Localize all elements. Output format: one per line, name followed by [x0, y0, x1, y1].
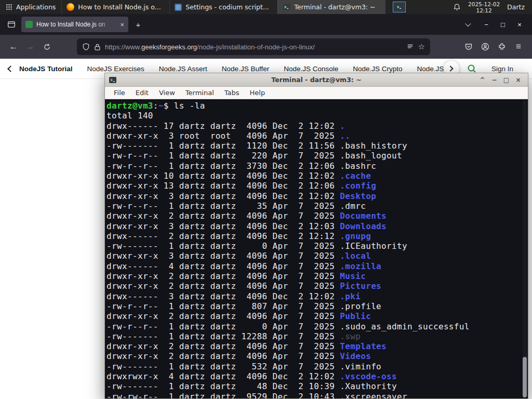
- terminal-output-line: drwxr-xr-x 2 dartz dartz 4096 Apr 7 2025…: [107, 351, 528, 361]
- listing-directory-name: .pki: [340, 291, 361, 301]
- lock-icon[interactable]: [94, 43, 101, 51]
- terminal-output-line: drwxr-xr-x 3 dartz dartz 4096 Dec 2 12:0…: [107, 191, 528, 201]
- taskbar-button-terminal[interactable]: Terminal - dartz@vm3: ~: [277, 0, 385, 14]
- site-nav-item[interactable]: NodeJS Tutorial: [19, 65, 73, 73]
- taskbar-button-settings[interactable]: Settings - codium script...: [169, 0, 277, 14]
- browser-maximize-button[interactable]: □: [495, 17, 511, 32]
- site-nav-item[interactable]: Node.JS Buffer: [222, 65, 269, 73]
- panel-spacer: [406, 0, 448, 14]
- prompt-dollar: $: [164, 101, 174, 111]
- chevron-down-icon: [465, 21, 471, 26]
- site-nav-item[interactable]: Node.JS Crypto: [353, 65, 402, 73]
- hamburger-menu-icon[interactable]: ≡: [510, 38, 527, 55]
- listing-file-attributes: drwxr-xr-x 13 dartz dartz 4096 Dec 2 12:…: [107, 181, 340, 191]
- listing-directory-name: Desktop: [340, 191, 376, 201]
- site-nav-item[interactable]: Node.JS Assert: [159, 65, 207, 73]
- url-bar[interactable]: https://www. geeksforgeeks.org /node-js/…: [77, 38, 430, 55]
- prompt-user-host: dartz@vm3: [107, 101, 153, 111]
- clock-time: 12:12: [476, 7, 491, 14]
- terminal-window-controls: ^ − □ ×: [476, 75, 524, 85]
- navigation-toolbar: ← → https://www.: [0, 35, 532, 59]
- site-nav-item[interactable]: Node.JS Console: [284, 65, 338, 73]
- listing-directory-name: .gnupg: [340, 231, 371, 241]
- user-menu[interactable]: Dartz: [507, 3, 527, 11]
- terminal-output-line: -rw-r--r-- 1 dartz dartz 807 Apr 7 2025 …: [107, 301, 528, 311]
- browser-close-button[interactable]: ×: [511, 17, 528, 32]
- menu-tabs[interactable]: Tabs: [220, 88, 244, 98]
- terminal-shade-button[interactable]: ^: [476, 75, 488, 85]
- listing-file-name: .bash_logout: [340, 151, 402, 161]
- listing-file-name: .bash_history: [340, 141, 407, 151]
- listing-file-attributes: drwxr-xr-x 2 dartz dartz 4096 Apr 7 2025: [107, 341, 340, 351]
- terminal-maximize-button[interactable]: □: [500, 75, 512, 85]
- tab-favicon: [25, 21, 33, 28]
- tab-bar: How to Install Node.js on × + − □ ×: [0, 14, 532, 35]
- terminal-output-line: drwxr-xr-x 3 dartz dartz 4096 Dec 2 12:0…: [107, 221, 528, 231]
- reader-view-icon[interactable]: [406, 43, 414, 51]
- taskbar-button-firefox[interactable]: How to Install Node.js o...: [61, 0, 169, 14]
- listing-file-attributes: -rw-r--r-- 1 dartz dartz 0 Apr 7 2025: [107, 322, 340, 331]
- terminal-output-line: -rw-r--r-- 1 dartz dartz 3730 Dec 2 12:0…: [107, 161, 528, 171]
- listing-file-name: .swp: [340, 331, 361, 341]
- browser-tab[interactable]: How to Install Node.js on ×: [21, 17, 128, 32]
- listing-directory-name: Documents: [340, 211, 387, 221]
- menu-file[interactable]: File: [109, 88, 130, 98]
- terminal-output-line: drwx------ 4 dartz dartz 4096 Apr 7 2025…: [107, 261, 528, 271]
- back-button[interactable]: ←: [5, 38, 22, 55]
- taskbar-button-label: Settings - codium script...: [185, 3, 269, 11]
- new-tab-button[interactable]: +: [131, 17, 145, 32]
- terminal-titlebar[interactable]: Terminal - dartz@vm3: ~ ^ − □ ×: [105, 73, 528, 87]
- terminal-minimize-button[interactable]: −: [488, 75, 500, 85]
- browser-window-controls: − □ ×: [478, 17, 528, 32]
- browser-minimize-button[interactable]: −: [478, 17, 495, 32]
- listing-file-attributes: drwx------ 3 dartz dartz 4096 Dec 2 12:0…: [107, 291, 340, 301]
- pocket-icon[interactable]: [460, 38, 477, 55]
- terminal-window-title: Terminal - dartz@vm3: ~: [105, 76, 528, 84]
- listing-file-attributes: drwxr-xr-x 2 dartz dartz 4096 Apr 7 2025: [107, 211, 340, 221]
- tab-close-icon[interactable]: ×: [120, 21, 124, 29]
- listing-directory-name: Public: [340, 311, 371, 321]
- terminal-output[interactable]: dartz@vm3:~$ ls -la total 140 drwx------…: [105, 99, 528, 398]
- listing-file-name: .profile: [340, 301, 381, 311]
- forward-button[interactable]: →: [22, 38, 38, 55]
- applications-icon: [6, 4, 12, 10]
- terminal-output-line: drwxrwxr-x 4 dartz dartz 4096 Dec 2 12:0…: [107, 371, 528, 381]
- notifications-bell-icon[interactable]: [453, 3, 461, 11]
- tracking-shield-icon[interactable]: [82, 43, 90, 51]
- tray-terminal-indicator[interactable]: [393, 2, 406, 12]
- terminal-output-line: -rw------- 1 dartz dartz 532 Apr 7 2025 …: [107, 362, 528, 371]
- menu-terminal[interactable]: Terminal: [181, 88, 219, 98]
- terminal-close-button[interactable]: ×: [512, 75, 524, 85]
- terminal-scrollbar-thumb[interactable]: [523, 357, 527, 397]
- firefox-view-icon[interactable]: [4, 17, 19, 32]
- nav-scroll-left-icon[interactable]: [7, 65, 14, 72]
- listing-file-name: .sudo_as_admin_successful: [340, 322, 470, 331]
- menu-edit[interactable]: Edit: [131, 88, 153, 98]
- sign-in-button[interactable]: Sign In: [491, 65, 513, 73]
- listing-directory-name: .: [340, 121, 345, 131]
- search-icon[interactable]: [467, 63, 477, 74]
- terminal-output-line: drwxr-xr-x 3 dartz dartz 4096 Apr 7 2025…: [107, 251, 528, 261]
- listing-directory-name: .config: [340, 181, 376, 191]
- listing-file-attributes: -rw-r--r-- 1 dartz dartz 3730 Dec 2 12:0…: [107, 161, 340, 171]
- terminal-listing: drwx------ 17 dartz dartz 4096 Dec 2 12:…: [107, 121, 528, 398]
- applications-menu-button[interactable]: Applications: [0, 0, 61, 14]
- menu-help[interactable]: Help: [245, 88, 270, 98]
- extensions-puzzle-icon[interactable]: [494, 38, 510, 55]
- terminal-prompt-line: dartz@vm3:~$ ls -la: [107, 101, 528, 111]
- terminal-output-line: -rw-r--r-- 1 dartz dartz 35 Apr 7 2025 .…: [107, 201, 528, 211]
- listing-file-name: .ICEauthority: [340, 241, 407, 251]
- menu-view[interactable]: View: [154, 88, 180, 98]
- list-all-tabs-button[interactable]: [461, 17, 475, 32]
- taskbar-button-label: Terminal - dartz@vm3: ~: [294, 3, 375, 11]
- site-nav-item[interactable]: NodeJS Exercises: [87, 65, 144, 73]
- desktop: Applications How to Install Node.js o...…: [0, 0, 532, 399]
- bookmark-star-icon[interactable]: ☆: [418, 42, 425, 51]
- listing-file-attributes: drwxr-xr-x 2 dartz dartz 4096 Apr 7 2025: [107, 351, 340, 361]
- listing-file-attributes: drwxr-xr-x 2 dartz dartz 4096 Apr 7 2025: [107, 281, 340, 291]
- reload-button[interactable]: [38, 38, 55, 55]
- account-icon[interactable]: [477, 38, 494, 55]
- terminal-scrollbar-track[interactable]: [523, 100, 527, 397]
- panel-clock[interactable]: 2025-12-02 12:12: [468, 1, 500, 14]
- listing-directory-name: Music: [340, 271, 366, 281]
